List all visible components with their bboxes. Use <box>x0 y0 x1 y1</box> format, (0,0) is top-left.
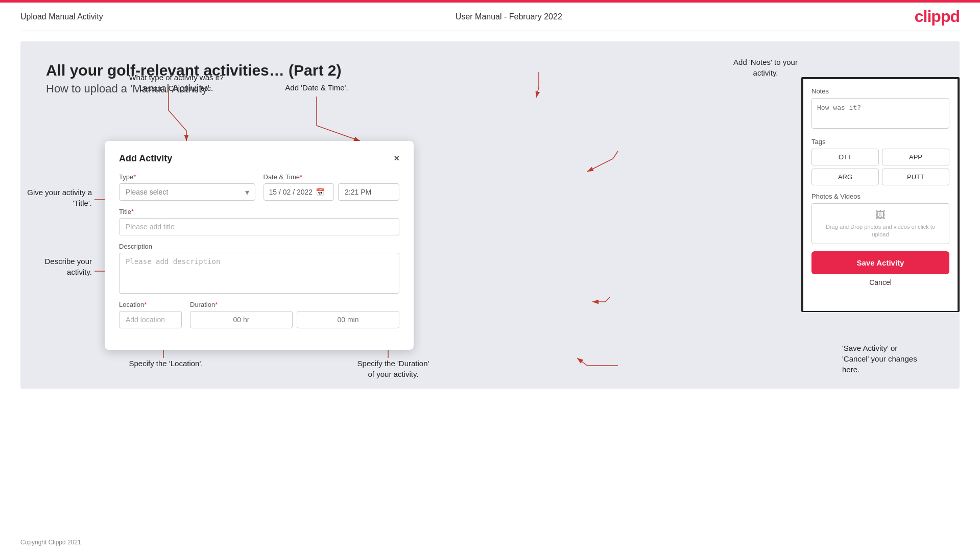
annotation-save: 'Save Activity' or'Cancel' your changesh… <box>842 343 954 375</box>
tags-grid: OTT APP ARG PUTT <box>811 149 949 185</box>
phone-panel: Notes Tags OTT APP ARG PUTT Photos & Vid… <box>801 77 960 312</box>
annotation-location: Specify the 'Location'. <box>120 358 212 369</box>
type-label: Type* <box>119 173 255 181</box>
datetime-label: Date & Time* <box>264 173 400 181</box>
main-content: All your golf-relevant activities… (Part… <box>20 41 960 389</box>
cancel-button[interactable]: Cancel <box>811 278 949 286</box>
tag-arg[interactable]: ARG <box>811 169 879 185</box>
duration-hr-input[interactable] <box>190 311 293 328</box>
tag-app[interactable]: APP <box>882 149 949 165</box>
close-button[interactable]: × <box>394 153 399 164</box>
annotation-notes: Add 'Notes' to youractivity. <box>720 57 811 78</box>
calendar-icon: 📅 <box>316 188 324 196</box>
title-input[interactable] <box>119 218 399 235</box>
dialog-title: Add Activity <box>119 153 172 164</box>
photo-upload-area[interactable]: 🖼 Drag and Drop photos and videos or cli… <box>811 203 949 244</box>
location-input[interactable] <box>119 311 182 328</box>
title-label: Title* <box>119 208 399 215</box>
footer-text: Copyright Clippd 2021 <box>20 539 81 546</box>
annotation-title: Give your activity a'Title'. <box>26 187 92 208</box>
annotation-what-type: What type of activity was it?Lesson, Chi… <box>120 72 232 93</box>
logo: clippd <box>915 7 960 26</box>
photo-text: Drag and Drop photos and videos or click… <box>820 223 941 238</box>
duration-min-input[interactable] <box>297 311 399 328</box>
description-textarea[interactable] <box>119 253 399 294</box>
tag-ott[interactable]: OTT <box>811 149 879 165</box>
annotation-describe: Describe youractivity. <box>26 256 92 277</box>
annotation-date-time: Add 'Date & Time'. <box>271 82 363 93</box>
notes-textarea[interactable] <box>811 98 949 129</box>
type-select[interactable]: Please select <box>119 183 255 201</box>
save-activity-button[interactable]: Save Activity <box>811 251 949 274</box>
notes-label: Notes <box>811 87 949 95</box>
page-title-center: User Manual - February 2022 <box>456 12 562 21</box>
photos-label: Photos & Videos <box>811 193 949 200</box>
location-label: Location* <box>119 301 182 308</box>
annotation-duration: Specify the 'Duration'of your activity. <box>337 358 449 379</box>
date-input[interactable]: 15 / 02 / 2022 📅 <box>264 183 334 201</box>
date-value: 15 / 02 / 2022 <box>269 188 313 196</box>
add-activity-dialog: Add Activity × Type* Please select Date … <box>105 141 414 350</box>
duration-label: Duration* <box>190 301 399 308</box>
time-input[interactable]: 2:21 PM <box>338 183 399 201</box>
tag-putt[interactable]: PUTT <box>882 169 949 185</box>
description-label: Description <box>119 243 399 250</box>
tags-label: Tags <box>811 138 949 146</box>
photo-icon: 🖼 <box>875 209 886 221</box>
page-title-left: Upload Manual Activity <box>20 12 103 21</box>
